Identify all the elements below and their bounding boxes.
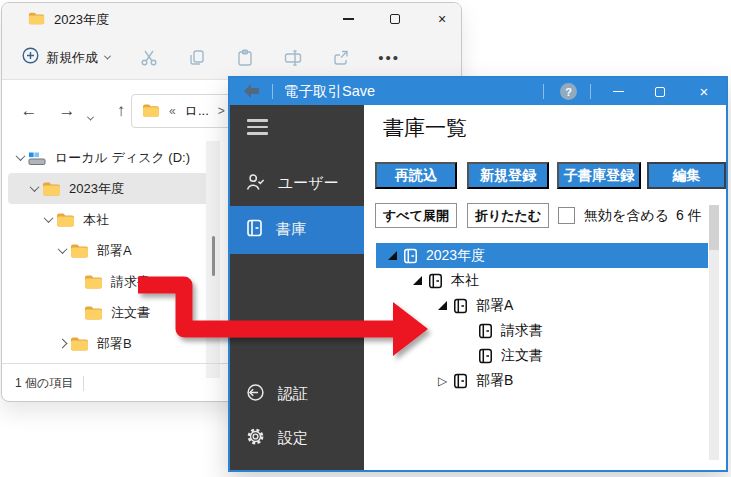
share-button[interactable] xyxy=(332,49,350,67)
item-count-text: 1 個の項目 xyxy=(15,375,73,392)
expand-chevron-icon[interactable] xyxy=(40,216,56,223)
expand-chevron-icon[interactable] xyxy=(12,154,28,161)
folder-icon xyxy=(28,11,45,29)
item-count-badge: 6 件 xyxy=(676,207,702,225)
breadcrumb-separator: > xyxy=(218,104,225,118)
child-library-register-button[interactable]: 子書庫登録 xyxy=(557,162,641,189)
explorer-top-chrome: 2023年度 × 新規作成 xyxy=(2,3,461,80)
sidebar-item-label: 設定 xyxy=(278,429,308,448)
expanded-triangle-icon[interactable] xyxy=(434,301,451,310)
drive-icon xyxy=(28,150,48,166)
expand-chevron-icon[interactable] xyxy=(26,185,42,192)
folder-icon xyxy=(70,336,90,351)
folder-icon xyxy=(84,305,104,320)
include-disabled-label: 無効を含める xyxy=(584,207,669,225)
new-item-button[interactable]: 新規作成 xyxy=(22,47,110,68)
auth-circle-arrow-icon xyxy=(246,383,265,405)
reload-button[interactable]: 再読込 xyxy=(375,162,457,189)
cut-button[interactable] xyxy=(140,49,158,67)
app-window-title: 電子取引Save xyxy=(284,82,375,101)
library-item-honsha[interactable]: 本社 xyxy=(376,268,708,293)
include-disabled-checkbox[interactable] xyxy=(558,207,575,224)
tree-item-busho-a[interactable]: 部署A xyxy=(8,235,210,266)
explorer-scrollbar[interactable] xyxy=(206,141,220,378)
breadcrumb-item-root[interactable]: ロ... xyxy=(185,102,209,120)
explorer-titlebar[interactable]: 2023年度 × xyxy=(2,3,461,35)
rename-button[interactable] xyxy=(284,49,302,67)
forward-arrow-icon[interactable]: → xyxy=(54,91,80,131)
tree-item-2023-selected[interactable]: 2023年度 xyxy=(8,173,210,204)
scrollbar-thumb[interactable] xyxy=(212,236,215,276)
paste-button[interactable] xyxy=(236,49,254,67)
scrollbar-thumb[interactable] xyxy=(709,205,719,250)
library-item-chumonsho[interactable]: 注文書 xyxy=(376,343,708,368)
minimize-icon xyxy=(613,91,624,93)
minimize-icon xyxy=(343,18,354,20)
book-icon xyxy=(453,298,469,314)
hamburger-menu-button[interactable] xyxy=(247,119,268,135)
library-scrollbar[interactable] xyxy=(709,205,719,460)
explorer-close-button[interactable]: × xyxy=(427,7,457,31)
tree-item-local-disk[interactable]: ローカル ディスク (D:) xyxy=(8,142,210,173)
explorer-toolbar: 新規作成 xyxy=(2,35,461,80)
expanded-triangle-icon[interactable] xyxy=(384,251,401,260)
sidebar-item-auth[interactable]: 認証 xyxy=(230,372,364,416)
titlebar-separator xyxy=(590,84,591,99)
library-item-2023-selected[interactable]: 2023年度 xyxy=(376,243,708,268)
tree-item-chumonsho[interactable]: 注文書 xyxy=(8,297,210,328)
explorer-folder-tree: ローカル ディスク (D:) 2023年度 本社 xyxy=(8,142,210,359)
screenshot-stage: 2023年度 × 新規作成 xyxy=(0,0,731,477)
gear-icon xyxy=(246,427,265,449)
book-icon xyxy=(478,348,494,364)
app-main-panel: 書庫一覧 再読込 新規登録 子書庫登録 編集 すべて展開 折りたたむ 無効を含め… xyxy=(364,105,726,470)
library-item-busho-b[interactable]: ▷ 部署B xyxy=(376,368,708,393)
titlebar-separator xyxy=(543,84,544,99)
sidebar-item-shoko-selected[interactable]: 書庫 xyxy=(230,206,364,254)
folder-icon xyxy=(142,103,160,120)
explorer-maximize-button[interactable] xyxy=(380,7,410,31)
expand-all-button[interactable]: すべて展開 xyxy=(375,203,457,228)
new-item-label: 新規作成 xyxy=(46,49,98,67)
book-icon xyxy=(453,373,469,389)
library-item-busho-a[interactable]: 部署A xyxy=(376,293,708,318)
recent-locations-chevron-icon[interactable] xyxy=(88,107,93,125)
maximize-icon xyxy=(655,87,665,97)
app-body: ユーザー 書庫 認証 xyxy=(230,105,726,470)
sidebar-item-label: 書庫 xyxy=(276,220,306,239)
sidebar-bottom-group: 認証 設定 xyxy=(230,372,364,470)
app-close-button[interactable]: × xyxy=(688,78,720,105)
tree-item-seikyusho[interactable]: 請求書 xyxy=(8,266,210,297)
book-icon xyxy=(428,273,444,289)
titlebar-separator xyxy=(272,84,273,99)
explorer-toolbar-icons: ••• xyxy=(140,35,398,80)
collapsed-triangle-icon[interactable]: ▷ xyxy=(434,375,451,387)
user-icon xyxy=(246,173,265,195)
maximize-icon xyxy=(390,14,400,24)
app-minimize-button[interactable] xyxy=(602,78,634,105)
collapse-chevron-icon[interactable] xyxy=(54,340,70,347)
expand-chevron-icon[interactable] xyxy=(54,247,70,254)
sidebar-item-settings[interactable]: 設定 xyxy=(230,416,364,460)
hamburger-icon xyxy=(247,119,268,122)
copy-button[interactable] xyxy=(188,49,206,67)
app-maximize-button[interactable] xyxy=(644,78,676,105)
help-button[interactable]: ? xyxy=(560,83,577,100)
book-icon xyxy=(246,219,263,240)
library-tree: 2023年度 本社 部署A xyxy=(376,243,708,393)
tree-item-honsha[interactable]: 本社 xyxy=(8,204,210,235)
explorer-minimize-button[interactable] xyxy=(333,7,363,31)
app-back-arrow-icon[interactable] xyxy=(242,83,260,103)
sidebar-item-label: ユーザー xyxy=(278,174,339,193)
new-register-button[interactable]: 新規登録 xyxy=(467,162,549,189)
tree-item-busho-b[interactable]: 部署B xyxy=(8,328,210,359)
sidebar-item-users[interactable]: ユーザー xyxy=(230,162,364,206)
more-options-button[interactable]: ••• xyxy=(380,49,398,67)
library-item-seikyusho[interactable]: 請求書 xyxy=(376,318,708,343)
expanded-triangle-icon[interactable] xyxy=(409,276,426,285)
edit-button[interactable]: 編集 xyxy=(647,162,726,189)
back-arrow-icon[interactable]: ← xyxy=(16,91,42,131)
app-titlebar[interactable]: 電子取引Save ? × xyxy=(230,78,726,105)
breadcrumb-root-chevron[interactable]: « xyxy=(169,104,176,118)
collapse-button[interactable]: 折りたたむ xyxy=(467,203,549,228)
sidebar-spacer xyxy=(230,254,364,373)
